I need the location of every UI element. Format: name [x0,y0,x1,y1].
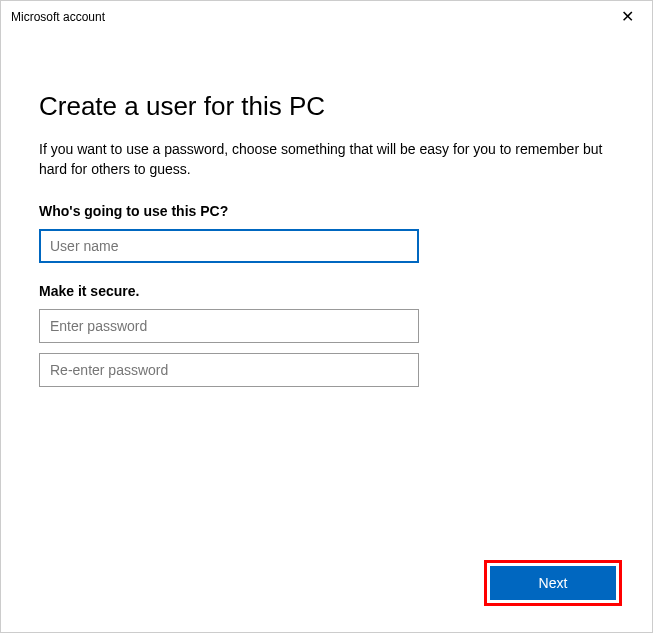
titlebar: Microsoft account ✕ [1,1,652,31]
next-button[interactable]: Next [490,566,616,600]
password-section: Make it secure. [39,283,614,387]
username-section: Who's going to use this PC? [39,203,614,263]
next-button-highlight: Next [484,560,622,606]
window-title: Microsoft account [11,10,105,24]
page-heading: Create a user for this PC [39,91,614,122]
password-label: Make it secure. [39,283,614,299]
password-input[interactable] [39,309,419,343]
close-icon[interactable]: ✕ [615,7,640,27]
username-input[interactable] [39,229,419,263]
username-label: Who's going to use this PC? [39,203,614,219]
page-subtitle: If you want to use a password, choose so… [39,140,614,179]
footer: Next [484,560,622,606]
content-area: Create a user for this PC If you want to… [1,31,652,387]
confirm-password-input[interactable] [39,353,419,387]
